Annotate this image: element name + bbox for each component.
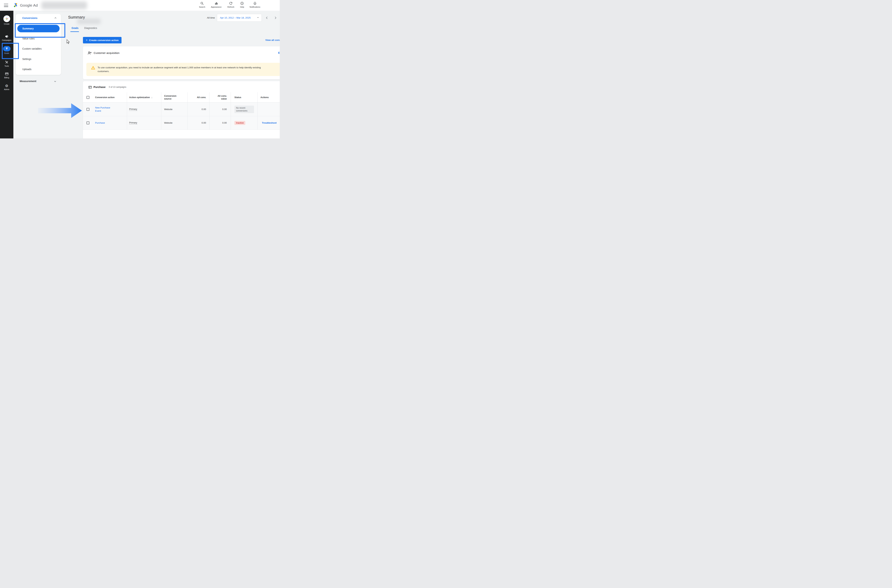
chevron-down-icon[interactable] [54, 80, 57, 84]
tab-goals[interactable]: Goals [72, 27, 78, 29]
acquisition-warning-banner: To use customer acquisition, you need to… [86, 63, 280, 76]
subnav-item-summary[interactable]: Summary [17, 25, 60, 32]
person-add-icon [87, 51, 92, 56]
table-row: New Purchase Event Primary Website 0.00 … [83, 103, 280, 116]
svg-text:?: ? [241, 3, 243, 4]
purchase-goal-card: Purchase 0 of 13 campaigns Conversion ac… [83, 81, 280, 138]
notifications-bell-icon [250, 2, 260, 5]
purchase-card-title: Purchase [93, 86, 106, 88]
status-cell: Inactive [231, 116, 258, 129]
col-header-conversion-action[interactable]: Conversion action [93, 92, 127, 102]
subnav-item-custom-variables[interactable]: Custom variables [22, 47, 42, 50]
rail-item-campaigns[interactable]: Campaigns [0, 34, 13, 41]
google-ads-logo[interactable]: Google Ad [13, 2, 38, 8]
tools-icon [0, 60, 13, 64]
table-icon [88, 85, 92, 90]
rail-item-create[interactable]: Create [0, 15, 13, 25]
campaigns-megaphone-icon [0, 34, 13, 38]
date-next-chevron[interactable] [273, 16, 277, 21]
rail-item-billing[interactable]: Billing [0, 72, 13, 79]
subnav-item-settings[interactable]: Settings [22, 58, 31, 60]
refresh-icon [228, 2, 234, 5]
col-header-all-conv-value[interactable]: All conv. value [209, 92, 231, 102]
all-conv-cell: 0.00 [187, 116, 209, 129]
troubleshoot-link[interactable]: Troubleshoot [261, 122, 276, 124]
create-plus-icon [3, 15, 10, 22]
table-row: Purchase Primary Website 0.00 0.00 Inact… [83, 116, 280, 130]
refresh-button[interactable]: Refresh [228, 2, 234, 8]
conversion-action-link[interactable]: New Purchase Event [95, 106, 114, 112]
billing-card-icon [0, 72, 13, 76]
date-prev-chevron[interactable] [265, 16, 269, 21]
notifications-button[interactable]: Notifications [250, 2, 260, 8]
col-header-actions: Actions [258, 92, 280, 102]
search-icon [199, 2, 205, 5]
all-conv-cell: 0.00 [187, 103, 209, 116]
all-conv-value-cell: 0.00 [209, 103, 231, 116]
appearance-button[interactable]: Appearance [211, 2, 221, 8]
sort-descending-icon: ↓ [151, 96, 153, 99]
caret-down-icon [256, 16, 259, 20]
goals-trophy-icon [3, 46, 10, 51]
rail-item-goals[interactable]: Goals [0, 46, 13, 54]
blurred-subtitle [77, 18, 100, 24]
create-conversion-action-button[interactable]: + Create conversion action [83, 37, 121, 44]
row-checkbox[interactable] [83, 116, 93, 129]
conversion-source-cell: Website [161, 116, 187, 129]
chevron-up-icon[interactable] [54, 16, 57, 20]
search-button[interactable]: Search [199, 2, 205, 8]
view-all-conversions-link[interactable]: View all conve [265, 39, 280, 41]
select-all-checkbox[interactable] [83, 92, 93, 102]
col-header-conversion-source[interactable]: Conversion source [161, 92, 187, 102]
col-header-all-conv[interactable]: All conv. [187, 92, 209, 102]
mouse-cursor [66, 39, 70, 44]
actions-cell [258, 103, 280, 116]
hamburger-menu-icon[interactable] [4, 4, 8, 7]
status-badge: No recent conversions [234, 106, 254, 113]
conversion-action-link[interactable]: Purchase [95, 122, 105, 124]
action-optimization-cell: Primary [127, 103, 161, 116]
warning-triangle-icon [91, 66, 95, 70]
help-button[interactable]: ? Help [240, 2, 244, 8]
acquisition-edit-link[interactable]: E [278, 51, 280, 54]
left-navigation-rail: Create Campaigns Goals Tools Billing [0, 11, 13, 138]
conversion-action-cell: New Purchase Event [93, 103, 127, 116]
help-icon: ? [240, 2, 244, 5]
acquisition-title: Customer acquisition [94, 51, 120, 55]
brand-text: Google Ad [20, 3, 38, 8]
conversions-subnav-panel: Conversions Summary Value rules Custom v… [16, 14, 61, 75]
google-ads-screen: Google Ad Search Appearance Refresh ? H [0, 0, 280, 138]
tab-diagnostics[interactable]: Diagnostics [84, 27, 97, 29]
optimization-term[interactable]: Primary [129, 121, 137, 124]
subnav-section-measurement[interactable]: Measurement [19, 80, 36, 82]
date-range-value: Apr 10, 2012 – Mar 18, 2025 [220, 16, 256, 19]
date-range-picker[interactable]: Apr 10, 2012 – Mar 18, 2025 [217, 14, 262, 22]
date-range-preset-label: All time [207, 16, 215, 19]
google-ads-logo-icon [13, 2, 18, 8]
rail-item-tools[interactable]: Tools [0, 60, 13, 67]
appearance-icon [211, 2, 221, 5]
active-tab-underline [70, 32, 79, 32]
conversion-action-cell: Purchase [93, 116, 127, 129]
plus-icon: + [86, 38, 88, 42]
action-optimization-cell: Primary [127, 116, 161, 129]
row-checkbox[interactable] [83, 103, 93, 116]
conversion-source-cell: Website [161, 103, 187, 116]
purchase-card-subtitle: 0 of 13 campaigns [109, 86, 126, 88]
all-conv-value-cell: 0.00 [209, 116, 231, 129]
subnav-item-uploads[interactable]: Uploads [22, 68, 31, 70]
admin-gear-icon: ⚙ [0, 84, 13, 88]
blurred-account-name [41, 2, 87, 9]
actions-cell: Troubleshoot [258, 116, 280, 129]
rail-item-admin[interactable]: ⚙ Admin [0, 84, 13, 90]
subnav-item-value-rules[interactable]: Value rules [22, 37, 34, 40]
table-header-row: Conversion action Action optimization ↓ … [83, 92, 280, 103]
optimization-term[interactable]: Primary [129, 108, 137, 111]
col-header-status[interactable]: Status [231, 92, 258, 102]
subnav-section-conversions[interactable]: Conversions [22, 16, 37, 20]
col-header-action-optimization[interactable]: Action optimization ↓ [127, 92, 161, 102]
top-bar: Google Ad Search Appearance Refresh ? H [0, 0, 280, 11]
annotation-arrow [38, 102, 82, 119]
customer-acquisition-card: Customer acquisition E To use customer a… [83, 46, 280, 80]
warning-text: To use customer acquisition, you need to… [97, 66, 273, 73]
